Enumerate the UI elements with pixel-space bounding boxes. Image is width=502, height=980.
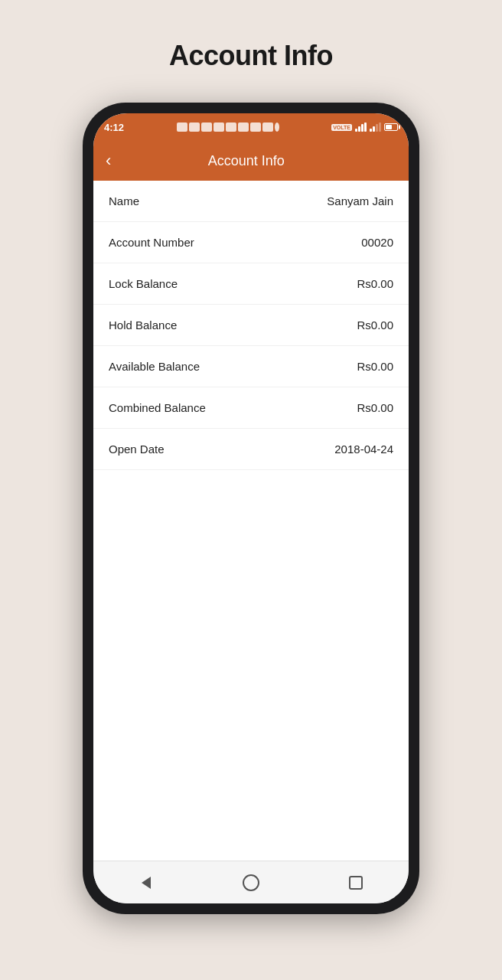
info-value: Sanyam Jain bbox=[327, 194, 393, 207]
notification-icon-2 bbox=[214, 122, 224, 132]
status-icons-middle bbox=[177, 122, 279, 132]
nav-back-button[interactable] bbox=[135, 872, 157, 893]
table-row: Account Number00020 bbox=[93, 222, 409, 263]
notification-icon-1 bbox=[201, 122, 212, 132]
page-title: Account Info bbox=[169, 40, 333, 72]
notification-icon-6 bbox=[262, 122, 273, 132]
home-circle-icon bbox=[243, 874, 259, 891]
info-label: Available Balance bbox=[109, 360, 200, 373]
table-row: NameSanyam Jain bbox=[93, 181, 409, 222]
recent-square-icon bbox=[349, 876, 363, 890]
info-value: Rs0.00 bbox=[357, 318, 393, 332]
notification-icon-5 bbox=[250, 122, 261, 132]
nav-recent-button[interactable] bbox=[345, 872, 367, 893]
status-right: VOLTE bbox=[331, 122, 398, 132]
battery-fill bbox=[386, 125, 392, 129]
notification-icon-3 bbox=[226, 122, 236, 132]
notification-icon-4 bbox=[238, 122, 249, 132]
battery-tip bbox=[399, 126, 400, 129]
phone-inner: 4:12 VOLTE bbox=[93, 113, 409, 903]
table-row: Lock BalanceRs0.00 bbox=[93, 263, 409, 305]
nav-bar bbox=[93, 861, 409, 903]
battery-icon bbox=[384, 123, 398, 131]
wifi-icon bbox=[355, 122, 367, 132]
info-label: Account Number bbox=[109, 236, 194, 249]
dot-icon bbox=[275, 122, 279, 132]
app-header: ‹ Account Info bbox=[93, 141, 409, 181]
table-row: Available BalanceRs0.00 bbox=[93, 346, 409, 387]
info-label: Open Date bbox=[109, 443, 165, 456]
nav-home-button[interactable] bbox=[240, 872, 262, 893]
info-value: Rs0.00 bbox=[357, 401, 393, 414]
signal-icon bbox=[370, 122, 381, 132]
info-value: 2018-04-24 bbox=[334, 443, 393, 456]
status-bar: 4:12 VOLTE bbox=[93, 113, 409, 141]
content-area: NameSanyam JainAccount Number00020Lock B… bbox=[93, 181, 409, 861]
spotify-icon bbox=[189, 122, 200, 132]
info-value: Rs0.00 bbox=[357, 277, 393, 290]
header-title: Account Info bbox=[119, 153, 373, 169]
info-value: Rs0.00 bbox=[357, 360, 393, 373]
table-row: Open Date2018-04-24 bbox=[93, 429, 409, 470]
info-label: Combined Balance bbox=[109, 401, 206, 414]
table-row: Hold BalanceRs0.00 bbox=[93, 305, 409, 346]
info-value: 00020 bbox=[361, 236, 393, 249]
back-button[interactable]: ‹ bbox=[106, 152, 111, 169]
volte-badge: VOLTE bbox=[331, 124, 352, 131]
info-label: Name bbox=[109, 194, 139, 207]
info-label: Hold Balance bbox=[109, 318, 177, 332]
whatsapp-icon bbox=[177, 122, 187, 132]
phone-frame: 4:12 VOLTE bbox=[83, 103, 419, 914]
info-label: Lock Balance bbox=[109, 277, 178, 290]
table-row: Combined BalanceRs0.00 bbox=[93, 387, 409, 429]
status-time: 4:12 bbox=[104, 122, 124, 133]
back-triangle-icon bbox=[142, 877, 151, 889]
